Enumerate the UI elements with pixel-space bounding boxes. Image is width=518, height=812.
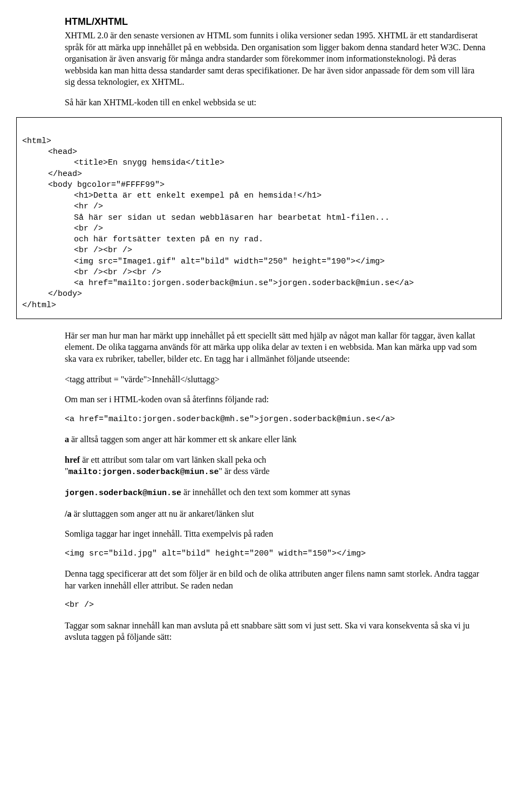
code-inline: mailto:jorgen.soderback@miun.se	[69, 468, 219, 477]
code-inline-line: <a href="mailto:jorgen.soderback@mh.se">…	[65, 414, 486, 425]
code-inline-line: <img src="bild.jpg" alt="bild" height="2…	[65, 549, 486, 559]
code-line: och här fortsätter texten på en ny rad.	[22, 235, 263, 244]
code-line: <a href="mailto:jorgen.soderback@miun.se…	[22, 279, 414, 288]
body-paragraph: Somliga taggar har inget innehåll. Titta…	[65, 528, 486, 540]
code-line: </head>	[22, 170, 82, 179]
code-line: </html>	[22, 301, 56, 310]
code-line: <h1>Detta är ett enkelt exempel på en he…	[22, 191, 322, 200]
code-line: <title>En snygg hemsida</title>	[22, 158, 224, 167]
body-paragraph: Om man ser i HTML-koden ovan så återfinn…	[65, 394, 486, 405]
body-paragraph: a är alltså taggen som anger att här kom…	[65, 434, 486, 445]
body-paragraph: Taggar som saknar innehåll kan man avslu…	[65, 620, 486, 643]
code-line: <br /><br />	[22, 246, 132, 255]
code-line: <hr />	[22, 202, 103, 211]
body-paragraph: /a är sluttaggen som anger att nu är ank…	[65, 508, 486, 520]
code-line: <img src="Image1.gif" alt="bild" width="…	[22, 257, 385, 266]
strong-close-a: /a	[65, 509, 71, 518]
strong-href: href	[65, 455, 80, 464]
code-inline: jorgen.soderback@miun.se	[65, 489, 181, 498]
code-line: <body bgcolor="#FFFF99">	[22, 180, 165, 190]
text-run: är innehållet och den text som kommer at…	[181, 488, 350, 497]
text-run: " är dess värde	[219, 466, 270, 476]
code-line: <br /><br /><br />	[22, 268, 161, 277]
text-run: är alltså taggen som anger att här komme…	[69, 435, 297, 444]
code-line: <br />	[22, 224, 103, 233]
code-line: </body>	[22, 289, 82, 299]
section-heading: HTML/XHTML	[65, 16, 486, 28]
intro-lead: Så här kan XHTML-koden till en enkel web…	[65, 97, 486, 109]
intro-paragraph: XHTML 2.0 är den senaste versionen av HT…	[65, 30, 486, 88]
text-run: är ett attribut som talar om vart länken…	[80, 455, 266, 464]
body-paragraph: href är ett attribut som talar om vart l…	[65, 454, 486, 478]
body-paragraph: Denna tagg specificerar att det som följ…	[65, 568, 486, 591]
code-inline-line: <br />	[65, 600, 486, 611]
strong-a: a	[65, 435, 69, 444]
code-line: <head>	[22, 147, 77, 157]
code-line: <html>	[22, 137, 51, 146]
body-paragraph: Här ser man hur man har märkt upp innehå…	[65, 330, 486, 365]
code-example-box: <html> <head> <title>En snygg hemsida</t…	[16, 117, 502, 319]
code-line: Så här ser sidan ut sedan webbläsaren ha…	[22, 213, 390, 222]
tag-syntax: <tagg attribut = "värde">Innehåll</slutt…	[65, 374, 486, 385]
body-paragraph: jorgen.soderback@miun.se är innehållet o…	[65, 486, 486, 499]
text-run: är sluttaggen som anger att nu är ankare…	[71, 509, 254, 518]
